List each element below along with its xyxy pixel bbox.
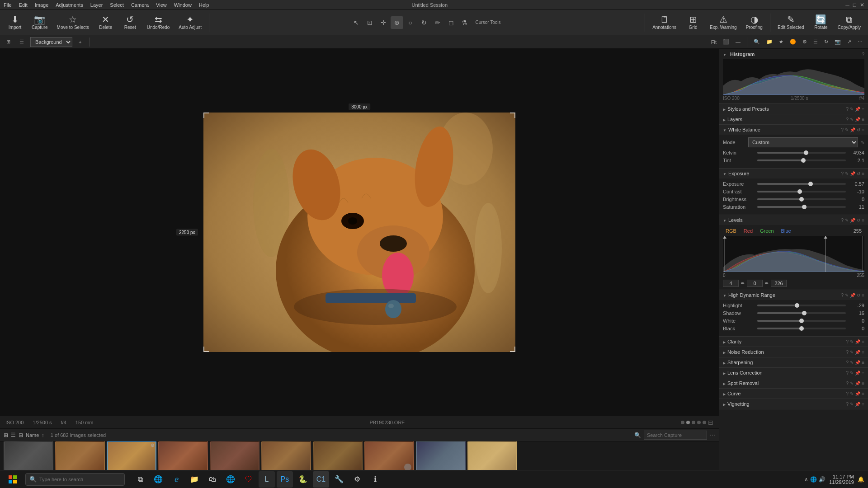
sharpening-edit-icon[interactable]: ✎ (850, 360, 854, 365)
noise-reduction-header[interactable]: Noise Reduction ? ✎ 📌 ≡ (719, 347, 868, 357)
taskbar-folder-icon[interactable]: 📁 (186, 471, 203, 488)
kelvin-slider[interactable] (757, 152, 846, 154)
cursor-rotate-tool[interactable]: ↻ (418, 16, 430, 29)
taskbar-edge-icon[interactable]: 🌐 (150, 471, 166, 488)
exposure-edit-icon[interactable]: ✎ (845, 171, 849, 176)
noise-help-icon[interactable]: ? (846, 350, 849, 355)
sharpening-header[interactable]: Sharpening ? ✎ 📌 ≡ (719, 357, 868, 367)
brightness-slider[interactable] (757, 198, 846, 200)
copy-apply-button[interactable]: ⧉ Copy/Apply (834, 13, 864, 32)
wb-reset-icon[interactable]: ↺ (857, 127, 860, 132)
hdr-edit-icon[interactable]: ✎ (845, 293, 849, 298)
exposure-slider[interactable] (757, 183, 846, 185)
filmstrip-grid-icon[interactable]: ⊞ (4, 432, 8, 438)
taskbar-app2-icon[interactable]: ⚙ (349, 471, 365, 488)
menu-file[interactable]: File (4, 2, 12, 8)
menu-help[interactable]: Help (199, 2, 209, 8)
levels-blue-tab[interactable]: Blue (778, 228, 794, 234)
levels-reset-icon[interactable]: ↺ (857, 218, 860, 223)
color-label-icon[interactable]: 🟠 (788, 38, 798, 46)
close-button[interactable]: ✕ (860, 2, 864, 8)
wb-mode-select[interactable]: Custom (748, 137, 858, 147)
layers-icon-btn[interactable]: ⊞ (4, 38, 13, 46)
filmstrip-toggle[interactable]: ⊟ (708, 419, 713, 426)
lens-pin-icon[interactable]: 📌 (855, 371, 860, 375)
filmstrip-sort-arrow[interactable]: ↑ (42, 432, 44, 438)
wb-pin-icon[interactable]: 📌 (850, 127, 855, 132)
clarity-pin-icon[interactable]: 📌 (855, 339, 860, 344)
curve-edit-icon[interactable]: ✎ (850, 391, 854, 396)
highlight-thumb[interactable] (795, 303, 799, 308)
levels-white-input[interactable] (771, 280, 787, 287)
taskbar-task-view[interactable]: ⧉ (132, 471, 148, 488)
cursor-eyedropper-tool[interactable]: ⚗ (458, 16, 471, 29)
wb-help-icon[interactable]: ? (841, 127, 844, 132)
tint-slider[interactable] (757, 160, 846, 161)
start-button[interactable] (4, 471, 22, 488)
layers-edit-icon[interactable]: ✎ (850, 117, 854, 122)
taskbar-search-bar[interactable]: 🔍 (25, 473, 125, 486)
black-thumb[interactable] (799, 326, 804, 331)
levels-mid-input[interactable] (747, 280, 763, 287)
spot-edit-icon[interactable]: ✎ (850, 381, 854, 386)
hdr-more-icon[interactable]: ≡ (862, 293, 864, 298)
view-dot-3[interactable] (692, 421, 695, 424)
filmstrip-search[interactable] (644, 431, 707, 440)
levels-more-icon[interactable]: ≡ (862, 218, 864, 223)
taskbar-search-input[interactable] (39, 477, 121, 482)
shadow-thumb[interactable] (802, 311, 807, 315)
minimize-button[interactable]: ─ (845, 2, 849, 8)
wb-mode-edit-icon[interactable]: ✎ (861, 140, 864, 145)
background-select[interactable]: Background (30, 37, 72, 47)
exposure-reset-icon[interactable]: ↺ (857, 171, 860, 176)
view-dot-2[interactable] (686, 421, 690, 424)
exposure-more-icon[interactable]: ≡ (862, 171, 864, 176)
import-button[interactable]: ⬇ Import (4, 13, 26, 32)
taskbar-capture-icon[interactable]: C1 (313, 471, 329, 488)
levels-red-tab[interactable]: Red (741, 228, 755, 234)
taskbar-lightroom-icon[interactable]: L (259, 471, 275, 488)
spot-removal-header[interactable]: Spot Removal ? ✎ 📌 ≡ (719, 378, 868, 388)
layers-more-icon[interactable]: ≡ (862, 117, 864, 122)
histogram-collapse[interactable] (723, 52, 726, 57)
brightness-thumb[interactable] (799, 197, 804, 202)
view-dot-5[interactable] (703, 421, 706, 424)
clarity-help-icon[interactable]: ? (846, 339, 849, 344)
vignetting-pin-icon[interactable]: 📌 (855, 402, 860, 407)
auto-adjust-button[interactable]: ✦ Auto Adjust (175, 13, 205, 32)
layers-header[interactable]: Layers ? ✎ 📌 ≡ (719, 114, 868, 124)
reset-button[interactable]: ↺ Reset (119, 13, 142, 32)
sharpening-more-icon[interactable]: ≡ (862, 360, 864, 365)
lens-more-icon[interactable]: ≡ (862, 371, 864, 375)
noise-pin-icon[interactable]: 📌 (855, 350, 860, 355)
levels-header[interactable]: Levels ? ✎ 📌 ↺ ≡ (719, 215, 868, 225)
clarity-header[interactable]: Clarity ? ✎ 📌 ≡ (719, 337, 868, 347)
exposure-header[interactable]: Exposure ? ✎ 📌 ↺ ≡ (719, 169, 868, 178)
shadow-slider[interactable] (757, 312, 846, 314)
rotate-button[interactable]: 🔄 Rotate (810, 13, 832, 32)
undo-redo-button[interactable]: ⇆ Undo/Redo (143, 13, 174, 32)
camera-icon[interactable]: 📷 (833, 38, 843, 46)
taskbar-app3-icon[interactable]: ℹ (367, 471, 383, 488)
taskbar-store-icon[interactable]: 🛍 (204, 471, 221, 488)
move-to-selects-button[interactable]: ☆ Move to Selects (53, 13, 93, 32)
white-slider[interactable] (757, 320, 846, 322)
levels-black-dropper[interactable]: ✒ (741, 280, 745, 286)
curve-pin-icon[interactable]: 📌 (855, 391, 860, 396)
levels-rgb-tab[interactable]: RGB (723, 228, 739, 234)
vignetting-edit-icon[interactable]: ✎ (850, 402, 854, 407)
view-dot-4[interactable] (697, 421, 701, 424)
annotations-button[interactable]: 🗒 Annotations (649, 13, 680, 32)
menu-view[interactable]: View (156, 2, 167, 8)
highlight-slider[interactable] (757, 305, 846, 306)
settings-icon[interactable]: ⚙ (801, 38, 809, 46)
wb-header[interactable]: White Balance ? ✎ 📌 ↺ ≡ (719, 125, 868, 135)
refresh-icon[interactable]: ↻ (822, 38, 830, 46)
lens-correction-header[interactable]: Lens Correction ? ✎ 📌 ≡ (719, 368, 868, 378)
curve-more-icon[interactable]: ≡ (862, 391, 864, 396)
tray-volume-icon[interactable]: 🔊 (819, 476, 826, 483)
taskbar-ps-icon[interactable]: Ps (277, 471, 293, 488)
lens-help-icon[interactable]: ? (846, 371, 849, 375)
levels-mid-dropper[interactable]: ✒ (764, 280, 769, 286)
clarity-more-icon[interactable]: ≡ (862, 339, 864, 344)
